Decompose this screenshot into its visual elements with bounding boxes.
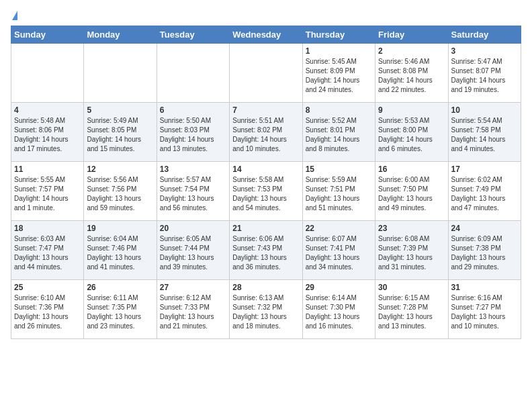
- calendar-cell: 13Sunrise: 5:57 AM Sunset: 7:54 PM Dayli…: [157, 162, 229, 221]
- day-info: Sunrise: 6:11 AM Sunset: 7:35 PM Dayligh…: [87, 293, 153, 331]
- calendar-cell: 16Sunrise: 6:00 AM Sunset: 7:50 PM Dayli…: [375, 162, 448, 221]
- calendar-cell: 10Sunrise: 5:54 AM Sunset: 7:58 PM Dayli…: [448, 103, 521, 162]
- day-number: 25: [14, 283, 81, 292]
- day-info: Sunrise: 6:09 AM Sunset: 7:38 PM Dayligh…: [451, 234, 518, 272]
- calendar-cell: 5Sunrise: 5:49 AM Sunset: 8:05 PM Daylig…: [84, 103, 157, 162]
- calendar-cell: 2Sunrise: 5:46 AM Sunset: 8:08 PM Daylig…: [375, 44, 448, 103]
- week-row-1: 1Sunrise: 5:45 AM Sunset: 8:09 PM Daylig…: [11, 44, 521, 103]
- calendar-cell: 26Sunrise: 6:11 AM Sunset: 7:35 PM Dayli…: [84, 280, 157, 339]
- day-info: Sunrise: 5:58 AM Sunset: 7:53 PM Dayligh…: [232, 175, 299, 213]
- weekday-header-saturday: Saturday: [448, 26, 521, 44]
- calendar-cell: [157, 44, 229, 103]
- day-number: 19: [87, 224, 153, 233]
- day-number: 27: [160, 283, 226, 292]
- day-info: Sunrise: 5:45 AM Sunset: 8:09 PM Dayligh…: [306, 57, 372, 95]
- day-info: Sunrise: 5:49 AM Sunset: 8:05 PM Dayligh…: [87, 116, 153, 154]
- day-info: Sunrise: 6:04 AM Sunset: 7:46 PM Dayligh…: [87, 234, 153, 272]
- day-info: Sunrise: 5:52 AM Sunset: 8:01 PM Dayligh…: [306, 116, 372, 154]
- day-info: Sunrise: 6:03 AM Sunset: 7:47 PM Dayligh…: [14, 234, 81, 272]
- day-number: 17: [451, 165, 518, 174]
- day-number: 2: [378, 46, 445, 56]
- calendar-cell: 1Sunrise: 5:45 AM Sunset: 8:09 PM Daylig…: [302, 44, 375, 103]
- day-number: 5: [87, 105, 153, 115]
- calendar-cell: 21Sunrise: 6:06 AM Sunset: 7:43 PM Dayli…: [230, 221, 302, 280]
- week-row-3: 11Sunrise: 5:55 AM Sunset: 7:57 PM Dayli…: [11, 162, 521, 221]
- day-info: Sunrise: 6:02 AM Sunset: 7:49 PM Dayligh…: [451, 175, 518, 213]
- day-info: Sunrise: 5:54 AM Sunset: 7:58 PM Dayligh…: [451, 116, 518, 154]
- calendar-cell: 8Sunrise: 5:52 AM Sunset: 8:01 PM Daylig…: [302, 103, 375, 162]
- week-row-4: 18Sunrise: 6:03 AM Sunset: 7:47 PM Dayli…: [11, 221, 521, 280]
- day-info: Sunrise: 6:14 AM Sunset: 7:30 PM Dayligh…: [306, 293, 372, 331]
- header: [11, 11, 521, 20]
- calendar-body: 1Sunrise: 5:45 AM Sunset: 8:09 PM Daylig…: [11, 44, 521, 339]
- day-info: Sunrise: 5:47 AM Sunset: 8:07 PM Dayligh…: [451, 57, 518, 95]
- day-info: Sunrise: 5:56 AM Sunset: 7:56 PM Dayligh…: [87, 175, 153, 213]
- week-row-5: 25Sunrise: 6:10 AM Sunset: 7:36 PM Dayli…: [11, 280, 521, 339]
- calendar-cell: [230, 44, 302, 103]
- day-number: 3: [451, 46, 518, 56]
- weekday-header-monday: Monday: [84, 26, 157, 44]
- day-info: Sunrise: 5:59 AM Sunset: 7:51 PM Dayligh…: [306, 175, 372, 213]
- day-number: 13: [160, 165, 226, 174]
- day-number: 21: [232, 224, 299, 233]
- calendar-cell: 24Sunrise: 6:09 AM Sunset: 7:38 PM Dayli…: [448, 221, 521, 280]
- day-number: 31: [451, 283, 518, 292]
- day-number: 6: [160, 105, 226, 115]
- day-info: Sunrise: 6:07 AM Sunset: 7:41 PM Dayligh…: [306, 234, 372, 272]
- day-info: Sunrise: 5:48 AM Sunset: 8:06 PM Dayligh…: [14, 116, 81, 154]
- calendar-cell: 12Sunrise: 5:56 AM Sunset: 7:56 PM Dayli…: [84, 162, 157, 221]
- day-info: Sunrise: 6:15 AM Sunset: 7:28 PM Dayligh…: [378, 293, 445, 331]
- day-number: 10: [451, 105, 518, 115]
- calendar-cell: 23Sunrise: 6:08 AM Sunset: 7:39 PM Dayli…: [375, 221, 448, 280]
- day-number: 23: [378, 224, 445, 233]
- calendar-cell: 31Sunrise: 6:16 AM Sunset: 7:27 PM Dayli…: [448, 280, 521, 339]
- calendar-cell: 4Sunrise: 5:48 AM Sunset: 8:06 PM Daylig…: [11, 103, 84, 162]
- day-info: Sunrise: 6:13 AM Sunset: 7:32 PM Dayligh…: [232, 293, 299, 331]
- calendar-cell: 20Sunrise: 6:05 AM Sunset: 7:44 PM Dayli…: [157, 221, 229, 280]
- calendar-table: SundayMondayTuesdayWednesdayThursdayFrid…: [11, 26, 521, 339]
- day-number: 8: [306, 105, 372, 115]
- calendar-cell: 27Sunrise: 6:12 AM Sunset: 7:33 PM Dayli…: [157, 280, 229, 339]
- weekday-header-wednesday: Wednesday: [230, 26, 302, 44]
- calendar-cell: 9Sunrise: 5:53 AM Sunset: 8:00 PM Daylig…: [375, 103, 448, 162]
- calendar-cell: 6Sunrise: 5:50 AM Sunset: 8:03 PM Daylig…: [157, 103, 229, 162]
- day-info: Sunrise: 6:16 AM Sunset: 7:27 PM Dayligh…: [451, 293, 518, 331]
- day-info: Sunrise: 5:51 AM Sunset: 8:02 PM Dayligh…: [232, 116, 299, 154]
- calendar-cell: 11Sunrise: 5:55 AM Sunset: 7:57 PM Dayli…: [11, 162, 84, 221]
- logo-icon: [12, 11, 17, 20]
- day-number: 28: [232, 283, 299, 292]
- day-number: 24: [451, 224, 518, 233]
- day-info: Sunrise: 5:57 AM Sunset: 7:54 PM Dayligh…: [160, 175, 226, 213]
- day-info: Sunrise: 6:05 AM Sunset: 7:44 PM Dayligh…: [160, 234, 226, 272]
- day-number: 30: [378, 283, 445, 292]
- day-number: 7: [232, 105, 299, 115]
- day-number: 16: [378, 165, 445, 174]
- calendar-cell: [84, 44, 157, 103]
- day-info: Sunrise: 6:06 AM Sunset: 7:43 PM Dayligh…: [232, 234, 299, 272]
- day-number: 29: [306, 283, 372, 292]
- week-row-2: 4Sunrise: 5:48 AM Sunset: 8:06 PM Daylig…: [11, 103, 521, 162]
- calendar-cell: 7Sunrise: 5:51 AM Sunset: 8:02 PM Daylig…: [230, 103, 302, 162]
- weekday-header-tuesday: Tuesday: [157, 26, 229, 44]
- calendar-cell: 17Sunrise: 6:02 AM Sunset: 7:49 PM Dayli…: [448, 162, 521, 221]
- day-number: 9: [378, 105, 445, 115]
- weekday-header-thursday: Thursday: [302, 26, 375, 44]
- calendar-cell: 3Sunrise: 5:47 AM Sunset: 8:07 PM Daylig…: [448, 44, 521, 103]
- calendar-cell: 28Sunrise: 6:13 AM Sunset: 7:32 PM Dayli…: [230, 280, 302, 339]
- calendar-cell: 14Sunrise: 5:58 AM Sunset: 7:53 PM Dayli…: [230, 162, 302, 221]
- day-number: 15: [306, 165, 372, 174]
- day-number: 4: [14, 105, 81, 115]
- day-number: 20: [160, 224, 226, 233]
- day-number: 11: [14, 165, 81, 174]
- calendar-cell: 30Sunrise: 6:15 AM Sunset: 7:28 PM Dayli…: [375, 280, 448, 339]
- weekday-header-sunday: Sunday: [11, 26, 84, 44]
- day-number: 26: [87, 283, 153, 292]
- day-number: 12: [87, 165, 153, 174]
- calendar-cell: 25Sunrise: 6:10 AM Sunset: 7:36 PM Dayli…: [11, 280, 84, 339]
- calendar-cell: 29Sunrise: 6:14 AM Sunset: 7:30 PM Dayli…: [302, 280, 375, 339]
- day-info: Sunrise: 6:10 AM Sunset: 7:36 PM Dayligh…: [14, 293, 81, 331]
- day-info: Sunrise: 6:08 AM Sunset: 7:39 PM Dayligh…: [378, 234, 445, 272]
- calendar-cell: 15Sunrise: 5:59 AM Sunset: 7:51 PM Dayli…: [302, 162, 375, 221]
- day-number: 22: [306, 224, 372, 233]
- day-number: 1: [306, 46, 372, 56]
